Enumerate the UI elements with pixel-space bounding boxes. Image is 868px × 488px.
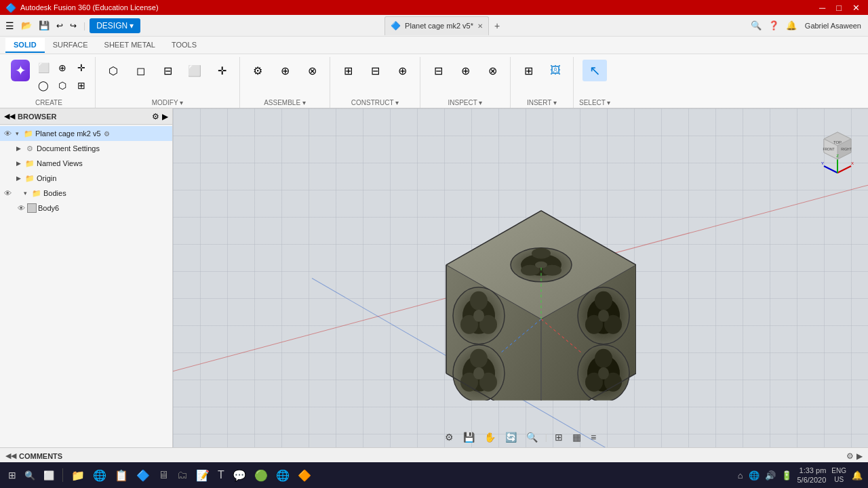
browser-tree: 👁 ▾ 📁 Planet cage mk2 v5 ⚙ ▶ ⚙ Document … <box>0 125 172 447</box>
user-name[interactable]: Gabriel Asaween <box>801 20 865 31</box>
create-sphere-button[interactable]: ⊕ <box>54 60 71 76</box>
undo-button[interactable]: ↩ <box>54 20 66 32</box>
search-button[interactable]: 🔍 <box>22 469 38 482</box>
tree-named-views-label: Named Views <box>37 159 83 167</box>
assemble-new[interactable]: ⚙ <box>245 60 270 81</box>
construct-label: CONSTRUCT ▾ <box>351 99 399 108</box>
network-icon[interactable]: 🌐 <box>749 470 760 481</box>
viewport-pan-btn[interactable]: ✋ <box>482 430 498 444</box>
modify-move[interactable]: ✛ <box>210 60 234 81</box>
task10-btn[interactable]: 🟢 <box>252 468 271 483</box>
modify-press-pull[interactable]: ⬡ <box>101 60 125 81</box>
close-button[interactable]: ✕ <box>850 3 863 13</box>
document-tab-close[interactable]: ✕ <box>477 22 483 30</box>
create-main-button[interactable]: ✦ <box>8 60 33 81</box>
create-cylinder-button[interactable]: ◯ <box>35 77 52 94</box>
svg-text:RIGHT: RIGHT <box>841 147 852 151</box>
task-view-button[interactable]: ⬜ <box>41 469 57 482</box>
volume-icon[interactable]: 🔊 <box>765 470 776 481</box>
assemble-rigid[interactable]: ⊗ <box>300 60 324 81</box>
minimize-button[interactable]: ─ <box>816 3 828 13</box>
menu-row: ☰ 📂 💾 ↩ ↪ | DESIGN ▾ 🔷 Planet cage mk2 v… <box>0 15 868 37</box>
viewport-zoom-btn[interactable]: 🔍 <box>524 430 540 444</box>
create-box-button[interactable]: ⬜ <box>35 60 52 76</box>
construct-axis[interactable]: ⊟ <box>363 60 387 81</box>
tree-item-origin[interactable]: ▶ 📁 Origin <box>0 171 172 186</box>
svg-text:FRONT: FRONT <box>823 147 834 151</box>
document-tab[interactable]: 🔷 Planet cage mk2 v5* ✕ <box>384 16 489 35</box>
inspect-interference[interactable]: ⊕ <box>453 60 477 81</box>
svg-text:Y: Y <box>821 161 824 165</box>
viewport-grid-btn[interactable]: ⊞ <box>553 430 565 444</box>
insert-icons: ⊞ 🖼 <box>516 57 568 99</box>
3d-viewport[interactable]: TOP RIGHT FRONT Z X Y ⚙ 💾 ✋ 🔄 🔍 | ⊞ ▦ <box>173 108 868 447</box>
modify-shell[interactable]: ⬜ <box>182 60 207 81</box>
maximize-button[interactable]: □ <box>833 3 844 13</box>
clock: 1:33 pm 5/6/2020 <box>797 466 827 485</box>
task7-btn[interactable]: 📝 <box>193 468 212 483</box>
viewport-orbit-btn[interactable]: 🔄 <box>503 430 519 444</box>
create-torus-button[interactable]: ⬡ <box>54 77 71 94</box>
task5-btn[interactable]: 🖥 <box>155 468 172 483</box>
redo-button[interactable]: ↪ <box>67 20 79 32</box>
view-cube[interactable]: TOP RIGHT FRONT Z X Y <box>814 122 854 169</box>
help-icon[interactable]: ❓ <box>766 19 782 32</box>
select-button[interactable]: ↖ <box>583 60 607 81</box>
assemble-joint[interactable]: ⊕ <box>273 60 297 81</box>
viewport-display-btn[interactable]: 💾 <box>461 430 477 444</box>
notifications-icon[interactable]: 🔔 <box>783 19 800 32</box>
tree-item-named-views[interactable]: ▶ 📁 Named Views <box>0 156 172 171</box>
browser-settings-icon[interactable]: ⚙ <box>152 112 159 121</box>
comments-settings-icon[interactable]: ⚙ <box>846 451 854 461</box>
create-move-button[interactable]: ⊞ <box>73 77 90 94</box>
tree-item-bodies[interactable]: 👁 ▾ 📁 Bodies <box>0 186 172 201</box>
browser-expand-icon[interactable]: ▶ <box>162 112 168 121</box>
task4-btn[interactable]: 🔷 <box>134 468 153 483</box>
start-button[interactable]: ⊞ <box>5 468 19 482</box>
comments-bar: ◀◀ COMMENTS ⚙ ▶ <box>0 447 868 464</box>
design-button[interactable]: DESIGN ▾ <box>90 18 140 33</box>
tab-sheet-metal[interactable]: SHEET METAL <box>96 38 163 53</box>
browser-collapse-icon[interactable]: ◀◀ <box>4 112 15 121</box>
file-menu-icon[interactable]: 📂 <box>18 19 35 32</box>
save-button[interactable]: 💾 <box>36 19 52 32</box>
tree-item-document-settings[interactable]: ▶ ⚙ Document Settings <box>0 141 172 156</box>
edge-btn[interactable]: 🌐 <box>90 468 109 483</box>
modify-chamfer[interactable]: ⊟ <box>155 60 180 81</box>
task9-btn[interactable]: 💬 <box>230 468 249 483</box>
construct-point[interactable]: ⊕ <box>390 60 414 81</box>
insert-image[interactable]: 🖼 <box>543 60 568 81</box>
construct-plane[interactable]: ⊞ <box>336 60 360 81</box>
task6-btn[interactable]: 🗂 <box>174 468 191 483</box>
viewport-settings-btn[interactable]: ⚙ <box>443 430 456 444</box>
named-views-icon: 📁 <box>24 158 35 169</box>
browser-title: BROWSER <box>18 113 56 121</box>
file-explorer-btn[interactable]: 📁 <box>68 468 87 483</box>
task3-btn[interactable]: 📋 <box>112 468 131 483</box>
viewport-environment-btn[interactable]: ≡ <box>589 430 598 444</box>
tab-surface[interactable]: SURFACE <box>45 38 96 53</box>
add-tab-button[interactable]: + <box>490 19 504 33</box>
tab-tools[interactable]: TOOLS <box>163 38 205 53</box>
svg-text:X: X <box>851 161 854 165</box>
create-coil-button[interactable]: ✛ <box>73 60 90 76</box>
insert-derive[interactable]: ⊞ <box>516 60 540 81</box>
view-cube-svg: TOP RIGHT FRONT Z X Y <box>814 122 861 176</box>
task8-btn[interactable]: T <box>215 468 227 483</box>
system-up-arrow[interactable]: ⌂ <box>738 470 743 481</box>
comments-expand-icon[interactable]: ◀◀ <box>5 451 16 460</box>
viewport-appearance-btn[interactable]: ▦ <box>570 430 583 444</box>
task11-btn[interactable]: 🌐 <box>273 468 292 483</box>
modify-fillet[interactable]: ◻ <box>128 60 153 81</box>
inspect-measure[interactable]: ⊟ <box>426 60 450 81</box>
task12-btn[interactable]: 🔶 <box>295 468 314 483</box>
comments-right-expand-icon[interactable]: ▶ <box>856 451 863 461</box>
search-icon[interactable]: 🔍 <box>748 19 764 32</box>
inspect-section[interactable]: ⊗ <box>480 60 505 81</box>
root-settings-icon[interactable]: ⚙ <box>104 130 110 138</box>
tab-solid[interactable]: SOLID <box>5 38 45 53</box>
app-menu-icon[interactable]: ☰ <box>3 19 17 33</box>
notification-btn[interactable]: 🔔 <box>852 470 863 481</box>
tree-item-body6[interactable]: 👁 Body6 <box>0 201 172 216</box>
tree-item-root[interactable]: 👁 ▾ 📁 Planet cage mk2 v5 ⚙ <box>0 126 172 141</box>
